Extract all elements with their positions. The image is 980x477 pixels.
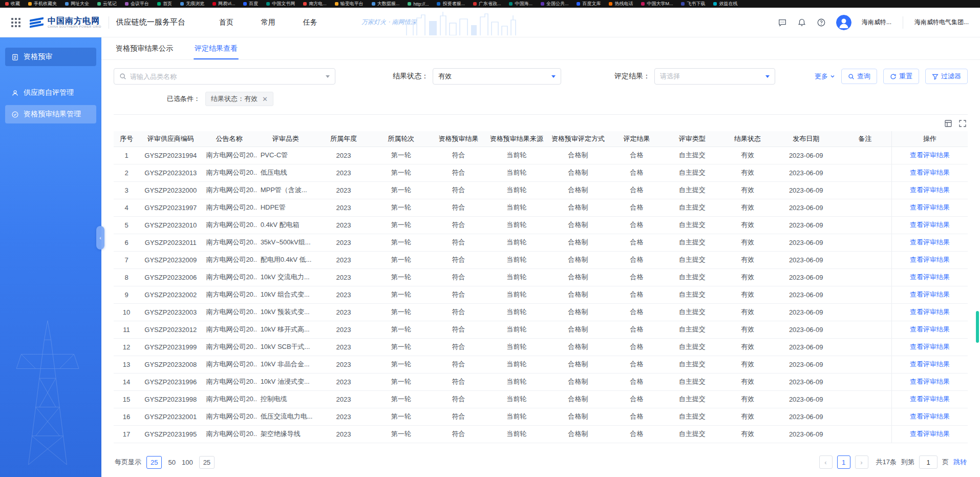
cell-result-source: 当前轮 [487, 234, 546, 251]
column-header-review-type: 评审类型 [663, 131, 721, 147]
bookmark-label: http://... [413, 2, 429, 7]
sidebar-item-prequalification[interactable]: 资格预审 [5, 48, 96, 66]
app-launcher-icon[interactable] [11, 18, 20, 27]
goto-page-input[interactable] [919, 455, 938, 469]
user-name[interactable]: 海南威特... [862, 18, 891, 27]
prev-page-button[interactable]: ‹ [819, 455, 833, 469]
evaluation-result-select[interactable]: 请选择 [654, 68, 775, 85]
nav-item-tasks[interactable]: 任务 [303, 18, 317, 27]
status-select[interactable]: 有效 [433, 68, 561, 85]
bookmark-item[interactable]: 收藏 [5, 1, 20, 7]
current-page-button[interactable]: 1 [837, 455, 850, 469]
bookmark-item[interactable]: 广东省政... [473, 1, 501, 7]
bookmark-item[interactable]: 网址大全 [65, 1, 89, 7]
bookmark-item[interactable]: 手机收藏夹 [28, 1, 57, 7]
view-result-link[interactable]: 查看评审结果 [910, 151, 950, 159]
view-result-link[interactable]: 查看评审结果 [910, 256, 950, 263]
bookmark-item[interactable]: 中国海... [509, 1, 532, 7]
jump-link[interactable]: 跳转 [953, 458, 967, 467]
view-result-link[interactable]: 查看评审结果 [910, 291, 950, 298]
cell-category: 10kV 移开式高... [257, 321, 315, 338]
view-result-link[interactable]: 查看评审结果 [910, 395, 950, 403]
view-result-link[interactable]: 查看评审结果 [910, 221, 950, 229]
bookmark-item[interactable]: 网易Vi... [212, 1, 235, 7]
bookmark-item[interactable]: 中国文书网 [266, 1, 295, 7]
view-result-link[interactable]: 查看评审结果 [910, 238, 950, 246]
help-icon[interactable] [817, 18, 826, 27]
company-name[interactable]: 海南威特电气集团... [914, 18, 969, 27]
bookmark-label: 中国海... [515, 1, 532, 7]
column-header-year: 所属年度 [315, 131, 372, 147]
bookmark-item[interactable]: 投资者服... [437, 1, 465, 7]
bookmark-item[interactable]: 全国公共... [541, 1, 569, 7]
cell-supplier-code: GYSZP20232009 [139, 251, 202, 268]
page-size-50[interactable]: 50 [168, 459, 175, 466]
fullscreen-icon[interactable] [958, 119, 967, 128]
bookmark-label: 热线电话 [614, 1, 633, 7]
view-result-link[interactable]: 查看评审结果 [910, 325, 950, 333]
user-avatar[interactable] [836, 15, 851, 30]
close-icon[interactable]: ✕ [262, 96, 268, 102]
bookmark-item[interactable]: 中国大学M... [641, 1, 673, 7]
bookmark-item[interactable]: 百度 [243, 1, 258, 7]
view-result-link[interactable]: 查看评审结果 [910, 343, 950, 350]
bookmark-item[interactable]: 无痕浏览 [180, 1, 204, 7]
view-result-link[interactable]: 查看评审结果 [910, 203, 950, 211]
cell-year: 2023 [315, 164, 372, 181]
reset-button[interactable]: 重置 [883, 69, 919, 84]
category-search-input[interactable] [130, 73, 322, 80]
sidebar-item-prequal-result-mgmt[interactable]: 资格预审结果管理 [5, 105, 96, 123]
bookmark-label: 会议平台 [131, 1, 149, 7]
view-result-link[interactable]: 查看评审结果 [910, 186, 950, 194]
cell-year: 2023 [315, 303, 372, 321]
cell-remark [838, 373, 891, 390]
view-result-link[interactable]: 查看评审结果 [910, 412, 950, 420]
bookmark-item[interactable]: 云笔记 [97, 1, 117, 7]
cell-publish-date: 2023-06-09 [774, 338, 838, 356]
view-result-link[interactable]: 查看评审结果 [910, 169, 950, 176]
bell-icon[interactable] [797, 18, 806, 27]
query-button[interactable]: 查询 [841, 69, 877, 84]
brand-logo[interactable]: 中国南方电网 CHINA SOUTHERN POWER GRID [30, 16, 101, 29]
sidebar-item-label: 资格预审 [24, 52, 52, 61]
bookmark-favicon [303, 2, 307, 6]
column-header-evaluation-result: 评定结果 [610, 131, 663, 147]
bookmark-item[interactable]: 会议平台 [125, 1, 149, 7]
bookmark-item[interactable]: 热线电话 [609, 1, 633, 7]
cell-action: 查看评审结果 [892, 356, 968, 373]
bookmark-item[interactable]: 输变电平台 [335, 1, 364, 7]
cell-action: 查看评审结果 [892, 408, 968, 425]
page-size-25[interactable]: 25 [146, 456, 162, 469]
view-result-link[interactable]: 查看评审结果 [910, 360, 950, 368]
message-icon[interactable] [778, 18, 787, 27]
cell-remark [838, 268, 891, 286]
cell-round: 第一轮 [372, 321, 430, 338]
next-page-button[interactable]: › [855, 455, 868, 469]
sidebar-collapse-handle[interactable]: ‹ [96, 226, 104, 250]
view-result-link[interactable]: 查看评审结果 [910, 273, 950, 281]
sidebar-item-supplier-self-eval[interactable]: 供应商自评管理 [5, 84, 96, 102]
bookmark-item[interactable]: 南方电... [303, 1, 327, 7]
page-size-select[interactable]: 25 [199, 456, 215, 469]
cell-category: 10kV SCB干式... [257, 338, 315, 356]
bookmark-item[interactable]: http://... [408, 2, 429, 7]
scrollbar-thumb[interactable] [976, 311, 979, 343]
tab-result-publicity[interactable]: 资格预审结果公示 [115, 44, 174, 59]
bookmark-item[interactable]: 首页 [157, 1, 172, 7]
filter-button[interactable]: 过滤器 [925, 69, 968, 84]
view-result-link[interactable]: 查看评审结果 [910, 378, 950, 385]
bookmark-item[interactable]: 效益在线 [713, 1, 737, 7]
bookmark-item[interactable]: 大数据服... [372, 1, 400, 7]
column-settings-icon[interactable] [944, 119, 952, 128]
column-header-round: 所属轮次 [372, 131, 430, 147]
view-result-link[interactable]: 查看评审结果 [910, 308, 950, 316]
tab-evaluation-view[interactable]: 评定结果查看 [194, 44, 239, 59]
view-result-link[interactable]: 查看评审结果 [910, 430, 950, 438]
bookmark-item[interactable]: 飞书下载 [681, 1, 705, 7]
nav-item-common[interactable]: 常用 [261, 18, 275, 27]
page-size-100[interactable]: 100 [182, 459, 193, 466]
nav-item-home[interactable]: 首页 [219, 18, 233, 27]
header-divider [109, 16, 109, 29]
bookmark-item[interactable]: 百度文库 [577, 1, 601, 7]
more-filters-link[interactable]: 更多 [815, 72, 835, 81]
